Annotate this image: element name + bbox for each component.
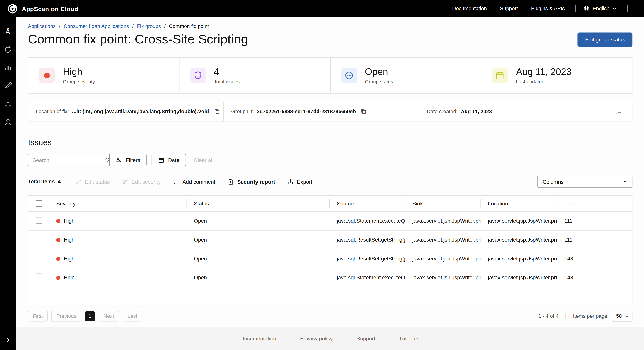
card-value: 4 [214, 66, 240, 78]
footer-tutorials[interactable]: Tutorials [399, 336, 419, 342]
filter-row: Filters Date Clear all [28, 154, 633, 166]
footer-support[interactable]: Support [356, 336, 375, 342]
add-comment-button[interactable]: Add comment [173, 178, 215, 185]
cell-severity: High [64, 274, 74, 281]
export-button[interactable]: Export [288, 178, 312, 185]
footer-documentation[interactable]: Documentation [240, 336, 276, 342]
date-filter-button[interactable]: Date [152, 154, 186, 166]
topnav-documentation[interactable]: Documentation [452, 6, 487, 11]
card-group-status: Open Group status [330, 58, 482, 93]
row-checkbox[interactable] [36, 274, 42, 280]
location-of-fix-value: ...it>(int;long;java.util.Date;java.lang… [72, 109, 209, 114]
date-created-label: Date created: [427, 109, 458, 114]
pagination-previous-button[interactable]: Previous [52, 311, 82, 322]
cell-location: javax.servlet.jsp.JspWriter.pri [480, 218, 557, 224]
sidebar-expand-button[interactable] [0, 333, 16, 346]
pagination-range: 1 - 4 of 4 [538, 313, 558, 319]
breadcrumb-applications[interactable]: Applications [28, 23, 56, 29]
topnav-divider [627, 5, 628, 12]
select-all-checkbox[interactable] [36, 200, 42, 207]
row-checkbox[interactable] [36, 217, 42, 224]
brand-home-link[interactable]: AppScan on Cloud [8, 3, 78, 14]
status-circle-icon [341, 68, 356, 83]
filters-button[interactable]: Filters [109, 154, 147, 166]
search-box [28, 154, 104, 166]
pagination-current-page[interactable]: 1 [85, 311, 95, 321]
card-label: Last updated [516, 79, 571, 84]
pagination-divider: | [565, 313, 566, 319]
pagination: First Previous 1 Next Last 1 - 4 of 4 | … [28, 311, 633, 322]
cell-line: 148 [557, 255, 632, 262]
severity-dot-icon [39, 68, 54, 83]
total-items: Total items: 4 [28, 179, 61, 184]
table-row[interactable]: High Open java.sql.Statement.executeQu j… [28, 268, 632, 287]
copy-group-id-button[interactable] [360, 108, 367, 115]
footer-privacy-policy[interactable]: Privacy policy [300, 336, 332, 342]
table-row[interactable]: High Open java.sql.ResultSet.getString(j… [28, 230, 632, 249]
items-per-page-label: Items per page: [573, 313, 609, 319]
card-label: Group severity [63, 79, 95, 84]
sidebar-item-account[interactable] [0, 113, 16, 131]
app-root: AppScan on Cloud Documentation Support P… [0, 0, 644, 350]
sidebar-item-reports[interactable] [0, 59, 16, 77]
cell-sink: javax.servlet.jsp.JspWriter.pri [405, 218, 480, 224]
pagination-next-button[interactable]: Next [98, 311, 119, 322]
language-selector[interactable]: English [583, 5, 616, 12]
language-label: English [593, 6, 610, 11]
card-label: Group status [365, 79, 393, 84]
table-row[interactable]: High Open java.sql.Statement.executeQu j… [28, 211, 632, 230]
issues-heading: Issues [28, 138, 633, 147]
topnav-plugins-apis[interactable]: Plugins & APIs [531, 6, 565, 11]
sidebar-item-scans[interactable] [0, 41, 16, 59]
sidebar-item-organization[interactable] [0, 95, 16, 113]
header-location[interactable]: Location [480, 196, 557, 211]
hierarchy-icon [4, 100, 12, 108]
row-checkbox[interactable] [36, 255, 42, 261]
row-checkbox[interactable] [36, 236, 42, 242]
copy-location-button[interactable] [214, 108, 220, 115]
sidebar-item-tools[interactable] [0, 77, 16, 95]
edit-severity-button[interactable]: Edit severity [122, 178, 161, 185]
header-sink[interactable]: Sink [405, 196, 480, 211]
sidebar-item-appscan[interactable]: Å [0, 22, 16, 40]
card-group-severity: High Group severity [28, 58, 180, 93]
group-id-label: Group ID: [231, 109, 254, 114]
cell-status: Open [186, 237, 329, 243]
card-last-updated: Aug 11, 2023 Last updated [482, 58, 632, 93]
topnav-divider [576, 5, 576, 12]
pagination-first-button[interactable]: First [28, 311, 48, 322]
cell-status: Open [186, 218, 329, 224]
items-per-page-dropdown[interactable]: 50 [613, 311, 632, 322]
columns-label: Columns [542, 178, 564, 185]
comments-button[interactable] [615, 108, 625, 115]
topnav-support[interactable]: Support [500, 6, 518, 11]
pagination-last-button[interactable]: Last [123, 311, 142, 322]
info-bar: Location of fix: ...it>(int;long;java.ut… [28, 102, 633, 121]
sidebar: Å [0, 17, 16, 350]
shield-exclamation-icon [190, 68, 206, 83]
search-input[interactable] [32, 157, 105, 163]
breadcrumb-consumer-loan-applications[interactable]: Consumer Loan Applications [64, 23, 129, 29]
header-source[interactable]: Source [330, 196, 405, 211]
export-icon [288, 178, 294, 185]
header-status[interactable]: Status [186, 196, 329, 211]
cell-source: java.sql.ResultSet.getString(ja [330, 237, 405, 243]
main-area: Applications / Consumer Loan Application… [16, 17, 644, 350]
edit-status-button[interactable]: Edit status [76, 178, 110, 185]
filters-icon [116, 157, 122, 163]
cell-severity: High [64, 237, 74, 243]
security-report-button[interactable]: Security report [228, 178, 275, 185]
header-severity[interactable]: Severity ↓ [51, 196, 186, 211]
table-header-row: Severity ↓ Status Source Sink Location L… [28, 196, 632, 211]
breadcrumb-fix-groups[interactable]: Fix groups [137, 23, 161, 29]
table-row[interactable]: High Open java.sql.ResultSet.getString(j… [28, 249, 632, 268]
comment-icon [615, 108, 622, 115]
chevron-down-icon [623, 180, 627, 184]
header-line[interactable]: Line [557, 196, 632, 211]
summary-cards: High Group severity 4 Total issues [28, 57, 633, 94]
columns-dropdown[interactable]: Columns [537, 175, 633, 188]
edit-group-status-button[interactable]: Edit group status [578, 32, 632, 46]
clear-all-button[interactable]: Clear all [194, 157, 213, 163]
cell-sink: javax.servlet.jsp.JspWriter.pri [405, 274, 480, 281]
cell-source: java.sql.ResultSet.getString(ja [330, 255, 405, 262]
